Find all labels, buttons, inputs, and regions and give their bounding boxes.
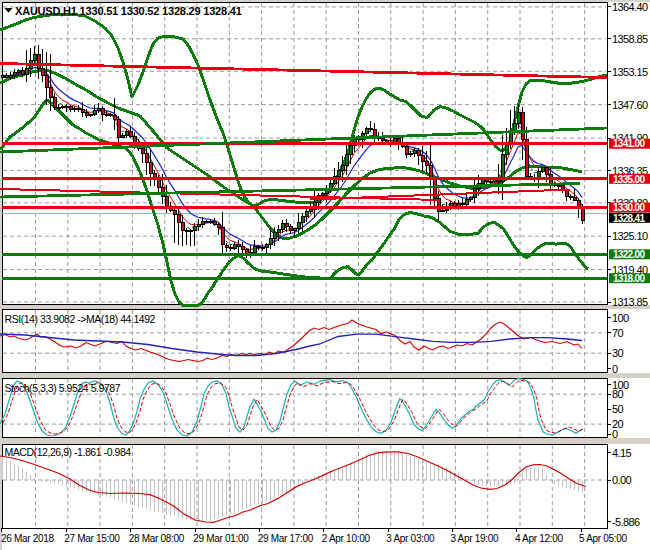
svg-text:1347.60: 1347.60 — [612, 99, 648, 111]
svg-text:XAUUSD,H1 1330.51 1330.52 132: XAUUSD,H1 1330.51 1330.52 1328.29 1328.4… — [15, 5, 242, 17]
svg-text:-5.886: -5.886 — [612, 516, 640, 528]
svg-text:1358.85: 1358.85 — [612, 33, 648, 45]
svg-text:0.00: 0.00 — [612, 474, 631, 486]
svg-text:1328.41: 1328.41 — [613, 213, 645, 224]
svg-text:0: 0 — [612, 363, 618, 375]
svg-text:1364.40: 1364.40 — [612, 1, 648, 13]
svg-text:2 Apr 10:00: 2 Apr 10:00 — [322, 533, 371, 544]
svg-text:1341.00: 1341.00 — [613, 138, 645, 149]
svg-text:4.15: 4.15 — [612, 447, 631, 459]
svg-text:100: 100 — [612, 312, 629, 324]
svg-text:29 Mar 01:00: 29 Mar 01:00 — [193, 533, 249, 544]
svg-text:5 Apr 05:00: 5 Apr 05:00 — [579, 533, 628, 544]
svg-text:3 Apr 03:00: 3 Apr 03:00 — [386, 533, 435, 544]
svg-text:1325.10: 1325.10 — [612, 230, 648, 242]
svg-text:Stoch(5,3,3) 5.9524 5.9787: Stoch(5,3,3) 5.9524 5.9787 — [5, 382, 121, 394]
svg-text:29 Mar 17:00: 29 Mar 17:00 — [258, 533, 314, 544]
svg-text:1322.00: 1322.00 — [613, 249, 645, 260]
svg-text:3 Apr 19:00: 3 Apr 19:00 — [450, 533, 499, 544]
svg-text:70: 70 — [612, 327, 624, 339]
svg-text:1313.85: 1313.85 — [612, 296, 648, 308]
svg-text:1318.00: 1318.00 — [613, 273, 645, 284]
svg-text:1353.15: 1353.15 — [612, 66, 648, 78]
svg-text:4 Apr 12:00: 4 Apr 12:00 — [515, 533, 564, 544]
svg-text:50: 50 — [612, 403, 624, 415]
svg-text:30: 30 — [612, 347, 624, 359]
svg-text:28 Mar 08:00: 28 Mar 08:00 — [129, 533, 185, 544]
svg-text:80: 80 — [612, 388, 624, 400]
svg-text:0: 0 — [612, 428, 618, 440]
svg-text:1335.00: 1335.00 — [613, 174, 645, 185]
svg-text:26 Mar 2018: 26 Mar 2018 — [1, 533, 55, 544]
svg-text:RSI(14) 33.9082 ->MA(18) 44.1: RSI(14) 33.9082 ->MA(18) 44.1492 — [5, 313, 156, 325]
svg-text:MACD(12,26,9) -1.861 -0.984: MACD(12,26,9) -1.861 -0.984 — [5, 446, 132, 458]
svg-text:27 Mar 15:00: 27 Mar 15:00 — [64, 533, 120, 544]
